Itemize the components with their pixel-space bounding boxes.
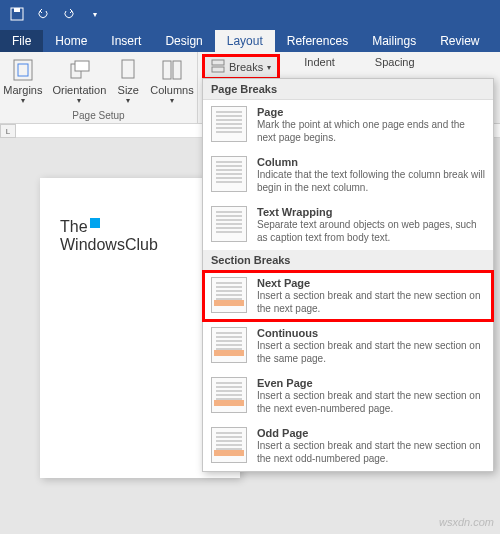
svg-rect-9 bbox=[212, 60, 224, 65]
option-title: Next Page bbox=[257, 277, 485, 289]
svg-rect-1 bbox=[14, 8, 20, 12]
tab-design[interactable]: Design bbox=[153, 30, 214, 52]
option-desc: Insert a section break and start the new… bbox=[257, 389, 485, 415]
columns-label: Columns bbox=[150, 84, 193, 96]
document-text-line1: The bbox=[60, 218, 220, 236]
option-title: Continuous bbox=[257, 327, 485, 339]
save-icon[interactable] bbox=[4, 2, 30, 26]
svg-rect-6 bbox=[122, 60, 134, 78]
break-option-continuous[interactable]: Continuous Insert a section break and st… bbox=[203, 321, 493, 371]
break-option-odd-page[interactable]: Odd Page Insert a section break and star… bbox=[203, 421, 493, 471]
even-page-icon bbox=[211, 377, 247, 413]
chevron-down-icon: ▾ bbox=[77, 96, 81, 105]
document-text-line2: WindowsClub bbox=[60, 236, 220, 254]
svg-rect-8 bbox=[173, 61, 181, 79]
column-break-icon bbox=[211, 156, 247, 192]
tab-mailings[interactable]: Mailings bbox=[360, 30, 428, 52]
odd-page-icon bbox=[211, 427, 247, 463]
chevron-down-icon: ▾ bbox=[126, 96, 130, 105]
chevron-down-icon: ▾ bbox=[21, 96, 25, 105]
margins-label: Margins bbox=[3, 84, 42, 96]
tab-home[interactable]: Home bbox=[43, 30, 99, 52]
breaks-dropdown: Page Breaks Page Mark the point at which… bbox=[202, 78, 494, 472]
chevron-down-icon: ▾ bbox=[267, 63, 271, 72]
option-title: Column bbox=[257, 156, 485, 168]
quick-access-toolbar: ▾ bbox=[0, 0, 500, 28]
breaks-icon bbox=[211, 59, 225, 75]
tab-references[interactable]: References bbox=[275, 30, 360, 52]
ribbon-tabs: File Home Insert Design Layout Reference… bbox=[0, 28, 500, 52]
margins-button[interactable]: Margins ▾ bbox=[0, 54, 46, 107]
break-option-column[interactable]: Column Indicate that the text following … bbox=[203, 150, 493, 200]
option-desc: Insert a section break and start the new… bbox=[257, 289, 485, 315]
svg-rect-10 bbox=[212, 67, 224, 72]
svg-rect-3 bbox=[18, 64, 28, 76]
orientation-button[interactable]: Orientation ▾ bbox=[48, 54, 110, 107]
option-desc: Insert a section break and start the new… bbox=[257, 439, 485, 465]
tab-layout[interactable]: Layout bbox=[215, 30, 275, 52]
margins-icon bbox=[11, 56, 35, 84]
svg-rect-7 bbox=[163, 61, 171, 79]
next-page-icon bbox=[211, 277, 247, 313]
svg-rect-2 bbox=[14, 60, 32, 80]
breaks-button[interactable]: Breaks ▾ bbox=[204, 56, 278, 78]
option-desc: Mark the point at which one page ends an… bbox=[257, 118, 485, 144]
undo-icon[interactable] bbox=[30, 2, 56, 26]
svg-rect-5 bbox=[75, 61, 89, 71]
option-title: Even Page bbox=[257, 377, 485, 389]
logo-square-icon bbox=[90, 218, 100, 228]
option-title: Page bbox=[257, 106, 485, 118]
tab-insert[interactable]: Insert bbox=[99, 30, 153, 52]
break-option-even-page[interactable]: Even Page Insert a section break and sta… bbox=[203, 371, 493, 421]
page-break-icon bbox=[211, 106, 247, 142]
continuous-icon bbox=[211, 327, 247, 363]
redo-icon[interactable] bbox=[56, 2, 82, 26]
columns-icon bbox=[160, 56, 184, 84]
orientation-icon bbox=[67, 56, 91, 84]
columns-button[interactable]: Columns ▾ bbox=[146, 54, 197, 107]
tab-review[interactable]: Review bbox=[428, 30, 491, 52]
size-label: Size bbox=[118, 84, 139, 96]
option-title: Text Wrapping bbox=[257, 206, 485, 218]
page-breaks-header: Page Breaks bbox=[203, 79, 493, 100]
option-title: Odd Page bbox=[257, 427, 485, 439]
chevron-down-icon: ▾ bbox=[170, 96, 174, 105]
break-option-text-wrapping[interactable]: Text Wrapping Separate text around objec… bbox=[203, 200, 493, 250]
tab-selector[interactable]: L bbox=[0, 124, 16, 138]
breaks-label: Breaks bbox=[229, 61, 263, 73]
break-option-next-page[interactable]: Next Page Insert a section break and sta… bbox=[203, 271, 493, 321]
watermark: wsxdn.com bbox=[439, 516, 494, 528]
customize-qat-icon[interactable]: ▾ bbox=[82, 2, 108, 26]
group-label-page-setup: Page Setup bbox=[72, 110, 124, 121]
size-button[interactable]: Size ▾ bbox=[112, 54, 144, 107]
option-desc: Insert a section break and start the new… bbox=[257, 339, 485, 365]
section-breaks-header: Section Breaks bbox=[203, 250, 493, 271]
break-option-page[interactable]: Page Mark the point at which one page en… bbox=[203, 100, 493, 150]
option-desc: Indicate that the text following the col… bbox=[257, 168, 485, 194]
text-wrapping-icon bbox=[211, 206, 247, 242]
option-desc: Separate text around objects on web page… bbox=[257, 218, 485, 244]
orientation-label: Orientation bbox=[52, 84, 106, 96]
group-page-setup: Margins ▾ Orientation ▾ Size ▾ Columns ▾… bbox=[0, 52, 198, 123]
tab-file[interactable]: File bbox=[0, 30, 43, 52]
size-icon bbox=[116, 56, 140, 84]
